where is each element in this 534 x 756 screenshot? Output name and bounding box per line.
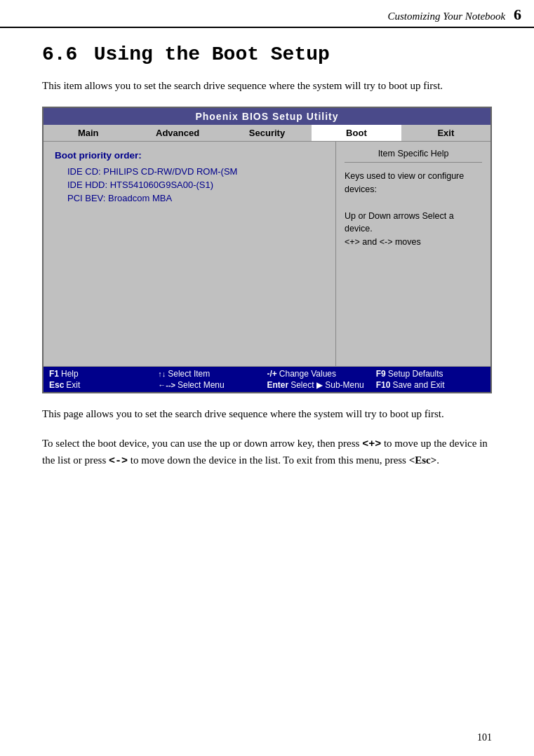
bios-footer-row-2: Esc Exit ←--> Select Menu Enter Select ▶… (49, 380, 485, 390)
section-heading: 6.6 Using the Boot Setup (42, 42, 492, 65)
nav-item-main[interactable]: Main (44, 125, 133, 141)
footer-key-f1: F1 (49, 369, 59, 379)
footer-cell-esc: Esc Exit (49, 380, 158, 390)
footer-key-f9: F9 (376, 369, 386, 379)
footer-key-enter: Enter (267, 380, 289, 390)
help-line-0: Keys used to view or configure devices: (345, 171, 464, 194)
bios-footer: F1 Help ↑↓ Select Item -/+ Change Values… (44, 367, 490, 392)
bios-help-text: Keys used to view or configure devices: … (345, 170, 482, 249)
footer-key-esc: Esc (49, 380, 64, 390)
footer-cell-f10: F10 Save and Exit (376, 380, 485, 390)
footer-key-lr-arrows: ←--> (158, 381, 175, 389)
section-title: Using the Boot Setup (94, 43, 330, 65)
footer-desc-sub-menu: Select ▶ Sub-Menu (291, 380, 363, 390)
item-specific-help-label: Item Specific Help (345, 149, 482, 163)
footer-cell-lr-arrows: ←--> Select Menu (158, 380, 267, 390)
key-minus: <-> (109, 455, 128, 467)
boot-item-0[interactable]: IDE CD: PHILIPS CD-RW/DVD ROM-(SM (67, 166, 324, 177)
boot-priority-label: Boot priority order: (55, 150, 324, 161)
page-footer: 101 (477, 732, 492, 743)
bios-footer-row-1: F1 Help ↑↓ Select Item -/+ Change Values… (49, 369, 485, 379)
footer-cell-arrows: ↑↓ Select Item (158, 369, 267, 379)
footer-desc-exit: Exit (66, 380, 80, 390)
footer-cell-plus-minus: -/+ Change Values (267, 369, 376, 379)
bios-body: Boot priority order: IDE CD: PHILIPS CD-… (44, 142, 490, 366)
bios-title-bar: Phoenix BIOS Setup Utility (44, 108, 490, 125)
footer-desc-save-exit: Save and Exit (392, 380, 444, 390)
page-header: Customizing Your Notebook 6 (0, 0, 534, 28)
nav-item-boot[interactable]: Boot (312, 125, 401, 141)
bios-nav-bar: Main Advanced Security Boot Exit (44, 125, 490, 142)
footer-cell-enter: Enter Select ▶ Sub-Menu (267, 380, 376, 390)
chapter-number: 6 (514, 6, 521, 23)
help-line-2: <+> and <-> moves (345, 237, 421, 247)
footer-desc-setup-defaults: Setup Defaults (388, 369, 443, 379)
boot-item-2[interactable]: PCI BEV: Broadcom MBA (67, 193, 324, 203)
page-content: 6.6 Using the Boot Setup This item allow… (0, 28, 534, 503)
footer-desc-select-menu: Select Menu (178, 380, 225, 390)
chapter-label: Customizing Your Notebook (387, 11, 505, 22)
boot-item-1[interactable]: IDE HDD: HTS541060G9SA00-(S1) (67, 180, 324, 190)
page-number: 101 (477, 732, 492, 743)
footer-cell-f9: F9 Setup Defaults (376, 369, 485, 379)
footer-desc-help: Help (61, 369, 79, 379)
footer-key-plus-minus: -/+ (267, 369, 277, 379)
body-text-1: This page allows you to set the search d… (42, 406, 492, 422)
nav-item-advanced[interactable]: Advanced (133, 125, 222, 141)
footer-key-arrows: ↑↓ (158, 370, 166, 378)
section-number: 6.6 (42, 43, 77, 65)
key-esc-bold: <Esc> (409, 454, 437, 466)
body-text-2: To select the boot device, you can use t… (42, 436, 492, 470)
footer-desc-change-values: Change Values (279, 369, 336, 379)
intro-text: This item allows you to set the search d… (42, 78, 492, 94)
bios-utility-box: Phoenix BIOS Setup Utility Main Advanced… (42, 107, 492, 393)
key-plus: <+> (362, 438, 381, 450)
footer-desc-select-item: Select Item (168, 369, 210, 379)
bios-right-panel: Item Specific Help Keys used to view or … (336, 142, 490, 366)
nav-item-exit[interactable]: Exit (401, 125, 490, 141)
bios-left-panel: Boot priority order: IDE CD: PHILIPS CD-… (44, 142, 336, 366)
footer-key-f10: F10 (376, 380, 391, 390)
footer-cell-f1: F1 Help (49, 369, 158, 379)
nav-item-security[interactable]: Security (222, 125, 312, 141)
help-line-1: Up or Down arrows Select a device. (345, 211, 454, 234)
